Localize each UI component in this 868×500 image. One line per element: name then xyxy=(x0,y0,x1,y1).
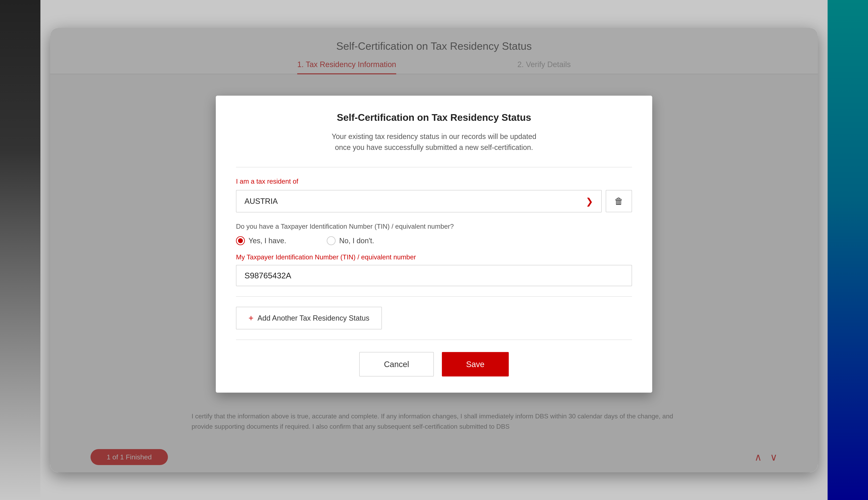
browser-window: Self-Certification on Tax Residency Stat… xyxy=(50,28,818,472)
delete-button[interactable]: 🗑 xyxy=(606,190,632,212)
modal-footer: Cancel Save xyxy=(236,352,632,376)
add-btn-label: Add Another Tax Residency Status xyxy=(258,314,369,322)
left-sidebar-decoration xyxy=(0,0,41,500)
country-row: AUSTRIA ❯ 🗑 xyxy=(236,190,632,212)
divider-bottom xyxy=(236,339,632,340)
modal-subtitle: Your existing tax residency status in ou… xyxy=(236,131,632,153)
radio-yes[interactable]: Yes, I have. xyxy=(236,236,286,245)
radio-yes-circle xyxy=(236,236,245,245)
cancel-button[interactable]: Cancel xyxy=(359,352,434,376)
tin-input[interactable] xyxy=(236,265,632,286)
country-field-label: I am a tax resident of xyxy=(236,178,632,185)
plus-icon: + xyxy=(249,313,254,323)
radio-no-circle xyxy=(327,236,335,245)
save-button[interactable]: Save xyxy=(442,352,509,376)
add-tax-residency-button[interactable]: + Add Another Tax Residency Status xyxy=(236,307,382,329)
radio-group: Yes, I have. No, I don't. xyxy=(236,236,632,245)
tin-label: My Taxpayer Identification Number (TIN) … xyxy=(236,253,632,261)
modal-subtitle-line1: Your existing tax residency status in ou… xyxy=(332,132,536,140)
radio-no[interactable]: No, I don't. xyxy=(327,236,374,245)
tin-question: Do you have a Taxpayer Identification Nu… xyxy=(236,223,632,230)
modal-subtitle-line2: once you have successfully submitted a n… xyxy=(335,143,533,151)
trash-icon: 🗑 xyxy=(614,196,623,206)
modal-dialog: Self-Certification on Tax Residency Stat… xyxy=(216,95,652,393)
chevron-down-icon: ❯ xyxy=(586,196,593,206)
divider-top xyxy=(236,167,632,167)
radio-yes-label: Yes, I have. xyxy=(249,236,286,245)
radio-no-label: No, I don't. xyxy=(339,236,374,245)
country-value: AUSTRIA xyxy=(244,197,278,205)
divider-mid xyxy=(236,296,632,297)
country-select[interactable]: AUSTRIA ❯ xyxy=(236,190,602,212)
right-sidebar-decoration xyxy=(827,0,868,500)
modal-title: Self-Certification on Tax Residency Stat… xyxy=(236,112,632,123)
